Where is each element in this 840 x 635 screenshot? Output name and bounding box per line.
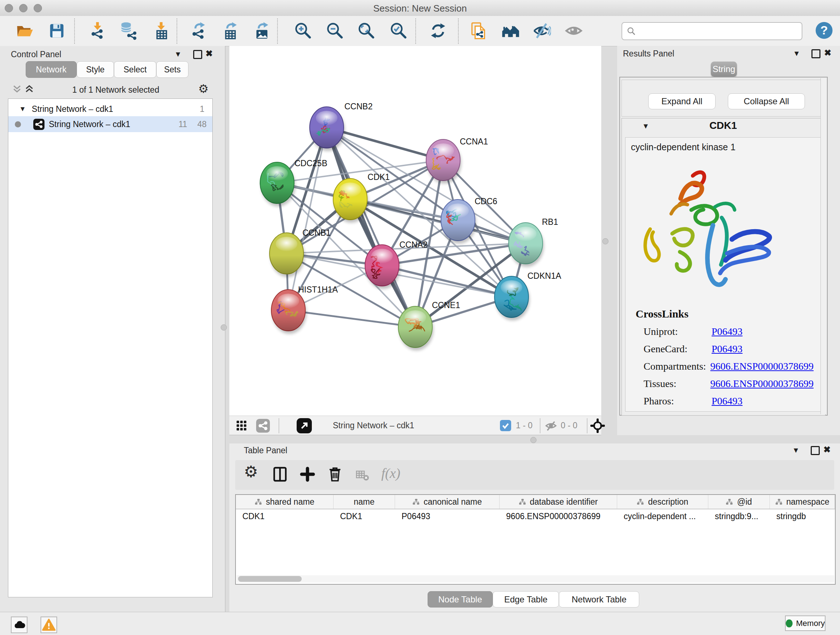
table-panel-close-icon[interactable]: ✖ <box>823 445 831 454</box>
network-canvas[interactable]: CCNB2CCNA1CDC25BCDK1CDC6RB1CCNB1CCNA2CDK… <box>229 46 601 416</box>
refresh-view-button[interactable] <box>429 21 447 40</box>
network-share-view-icon[interactable] <box>256 419 270 434</box>
tab-network[interactable]: Network <box>26 61 77 78</box>
network-node-RB1[interactable]: RB1 <box>508 217 558 267</box>
collapse-all-button[interactable]: Collapse All <box>728 93 805 109</box>
cloud-status-button[interactable] <box>11 616 27 633</box>
tab-edge-table[interactable]: Edge Table <box>493 591 559 608</box>
warnings-button[interactable] <box>41 616 57 633</box>
table-horizontal-scrollbar[interactable] <box>237 575 834 583</box>
column-header-label: canonical name <box>424 497 482 507</box>
node-label-RB1: RB1 <box>542 217 558 226</box>
warning-icon <box>42 618 56 632</box>
crosslink-link[interactable]: P06493 <box>712 395 743 407</box>
table-gear-icon[interactable]: ⚙ <box>244 464 263 483</box>
results-panel-float-icon[interactable] <box>812 49 821 58</box>
statusbar-separator <box>587 418 587 433</box>
node-label-CDK1: CDK1 <box>368 172 390 182</box>
column-header-label: @id <box>737 497 752 507</box>
show-columns-icon[interactable] <box>271 466 290 485</box>
tab-network-table[interactable]: Network Table <box>559 591 639 608</box>
help-button[interactable]: ? <box>814 20 833 39</box>
table-toolbar: ⚙ f(x) <box>235 460 834 490</box>
memory-button[interactable]: Memory <box>785 616 826 631</box>
column-type-icon <box>637 498 644 506</box>
network-edges[interactable] <box>277 127 526 327</box>
table-scrollbar-thumb[interactable] <box>238 576 302 582</box>
table-panel-float-icon[interactable] <box>811 446 820 455</box>
expand-all-button[interactable]: Expand All <box>648 93 715 109</box>
zoom-selected-button[interactable] <box>389 21 408 40</box>
control-panel-close-icon[interactable]: ✖ <box>205 49 213 58</box>
export-image-button[interactable] <box>253 21 271 40</box>
results-panel-menu-icon[interactable]: ▾ <box>794 49 799 57</box>
open-in-window-icon[interactable] <box>297 418 312 435</box>
crosslink-link[interactable]: P06493 <box>712 343 743 355</box>
control-panel-float-icon[interactable] <box>193 50 202 59</box>
export-network-button[interactable] <box>189 21 208 40</box>
zoom-out-button[interactable] <box>325 21 344 40</box>
birds-eye-view-icon[interactable] <box>591 418 605 434</box>
network-node-CCNB2[interactable]: CCNB2 <box>309 102 373 151</box>
table-panel-menu-icon[interactable]: ▾ <box>794 446 798 454</box>
results-vertical-scrollbar[interactable] <box>821 78 826 414</box>
left-splitter-handle[interactable] <box>221 325 227 331</box>
crosslink-link[interactable]: P06493 <box>712 326 743 337</box>
column-header-canonical-name[interactable]: canonical name <box>395 495 500 509</box>
column-header-database-identifier[interactable]: database identifier <box>500 495 617 509</box>
hidden-items-eye-slash-icon[interactable] <box>545 420 557 433</box>
table-panel-title: Table Panel <box>244 446 287 455</box>
tab-select[interactable]: Select <box>114 61 156 78</box>
column-header-namespace[interactable]: namespace <box>770 495 835 509</box>
zoom-fit-button[interactable] <box>357 21 376 40</box>
zoom-in-button[interactable] <box>294 21 313 40</box>
right-splitter-handle[interactable] <box>602 238 608 244</box>
network-node-CCNA1[interactable]: CCNA1 <box>426 137 488 184</box>
selected-nodes-checkbox-icon[interactable] <box>500 420 511 432</box>
grid-view-icon[interactable] <box>236 420 248 433</box>
column-header-description[interactable]: description <box>617 495 708 509</box>
clone-network-button[interactable] <box>469 21 488 40</box>
import-table-button[interactable] <box>152 21 171 40</box>
crosslink-link[interactable]: 9606.ENSP00000378699 <box>711 378 813 390</box>
import-network-from-database-button[interactable] <box>118 21 137 40</box>
network-collection-row[interactable]: ▼ String Network – cdk1 1 <box>8 101 212 117</box>
network-node-HIST1H1A[interactable]: HIST1H1A <box>271 285 338 334</box>
bottom-splitter-handle[interactable] <box>531 437 537 443</box>
column-header-shared-name[interactable]: shared name <box>236 495 333 509</box>
protein-expander-icon[interactable]: ▼ <box>642 122 649 130</box>
tab-node-table[interactable]: Node Table <box>428 591 493 608</box>
home-view-button[interactable] <box>501 21 520 40</box>
crosslink-label: Pharos: <box>644 395 712 407</box>
node-table: shared namenamecanonical namedatabase id… <box>235 494 836 585</box>
column-header--id[interactable]: @id <box>708 495 770 509</box>
search-input[interactable] <box>636 24 802 38</box>
column-header-name[interactable]: name <box>333 495 395 509</box>
network-node-CCNA2[interactable]: CCNA2 <box>365 240 428 289</box>
network-node-CDKN1A[interactable]: CDKN1A <box>494 271 561 320</box>
add-column-icon[interactable] <box>299 466 317 485</box>
network-row[interactable]: String Network – cdk1 11 48 <box>8 116 212 132</box>
status-footer: Memory <box>0 612 840 635</box>
hide-results-icon[interactable] <box>532 21 551 40</box>
open-session-button[interactable] <box>15 21 34 40</box>
node-label-CCNA1: CCNA1 <box>460 137 488 146</box>
control-panel-menu-icon[interactable]: ▾ <box>176 50 180 58</box>
results-panel-close-icon[interactable]: ✖ <box>824 49 831 57</box>
crosslink-row: Compartments:9606.ENSP00000378699 <box>644 361 813 372</box>
collection-expander-icon[interactable]: ▼ <box>19 105 26 113</box>
import-network-button[interactable] <box>88 21 107 40</box>
tab-style[interactable]: Style <box>77 61 114 78</box>
crosslink-link[interactable]: 9606.ENSP00000378699 <box>711 361 813 372</box>
table-row[interactable]: CDK1CDK1P064939606.ENSP00000378699cyclin… <box>236 509 835 523</box>
collapse-all-networks-icon[interactable] <box>11 84 22 96</box>
tab-string[interactable]: String <box>711 62 737 77</box>
delete-column-trash-icon[interactable] <box>326 466 345 485</box>
tab-sets[interactable]: Sets <box>156 61 188 78</box>
network-node-CDC6[interactable]: CDC6 <box>441 196 497 244</box>
show-results-icon[interactable] <box>564 21 583 40</box>
network-options-gear-icon[interactable]: ⚙ <box>198 83 209 95</box>
expand-all-networks-icon[interactable] <box>24 84 35 96</box>
save-session-button[interactable] <box>47 21 66 40</box>
export-table-button[interactable] <box>221 21 240 40</box>
